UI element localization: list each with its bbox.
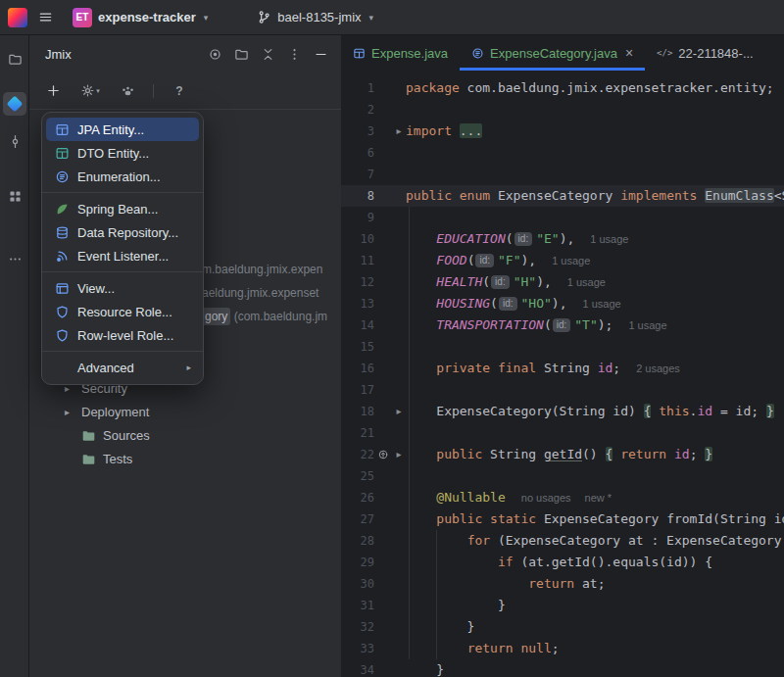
line-number[interactable]: 9: [341, 207, 374, 228]
menu-item-row-level-role[interactable]: Row-level Role...: [46, 323, 199, 347]
line-number[interactable]: 32: [341, 616, 374, 638]
code-line: 34 }: [341, 659, 784, 677]
code-token: ;: [690, 447, 706, 461]
project-tool-button[interactable]: [3, 47, 26, 71]
line-number[interactable]: 13: [341, 293, 374, 314]
code-token: EDUCATION: [436, 231, 505, 246]
structure-tool-button[interactable]: [3, 184, 26, 208]
code-token: }: [406, 619, 474, 634]
fold-spacer: [392, 271, 406, 293]
branch-selector[interactable]: bael-8135-jmix ▾: [249, 7, 381, 27]
help-icon: ?: [175, 84, 182, 98]
code-token: ),: [536, 274, 552, 289]
commit-tool-button[interactable]: [3, 129, 26, 153]
menu-item-event-listener[interactable]: Event Listener...: [46, 244, 199, 267]
line-number[interactable]: 16: [341, 358, 374, 379]
close-tab-button[interactable]: ×: [625, 46, 633, 60]
line-number[interactable]: 28: [341, 530, 374, 552]
menu-item-enumeration[interactable]: Enumeration...: [46, 165, 199, 188]
tree-row[interactable]: aeldung.jmix.expenset: [202, 281, 341, 305]
tab-expense-java[interactable]: Expense.java: [341, 35, 460, 71]
line-number[interactable]: 17: [341, 379, 374, 401]
role-icon: [54, 327, 70, 343]
line-number[interactable]: 15: [341, 336, 374, 358]
line-number[interactable]: 30: [341, 573, 374, 595]
code-line: 29 if (at.getId().equals(id)) {: [341, 552, 784, 573]
code-token: return: [467, 641, 514, 655]
help-button[interactable]: ?: [168, 79, 191, 103]
line-number[interactable]: 29: [341, 552, 374, 573]
code-text: public static ExpenseCategory fromId(Str…: [406, 508, 784, 530]
line-number[interactable]: 34: [341, 659, 374, 677]
tab-22-211848[interactable]: </>22-211848-...: [645, 35, 765, 71]
gutter-spacer: [374, 552, 392, 573]
line-number[interactable]: 26: [341, 487, 374, 508]
line-number[interactable]: 12: [341, 271, 374, 293]
code-token: return: [620, 447, 666, 461]
collapse-all-button[interactable]: [259, 45, 276, 63]
tab-expensecategory-java[interactable]: ExpenseCategory.java×: [460, 35, 645, 71]
panel-title: Jmix: [45, 47, 72, 62]
line-number[interactable]: 33: [341, 638, 374, 659]
fold-spacer: [392, 530, 406, 552]
line-number[interactable]: 6: [341, 142, 374, 164]
menu-item-advanced[interactable]: Advanced▸: [46, 356, 199, 379]
menu-item-dto-entity[interactable]: DTO Entity...: [46, 141, 199, 165]
main-menu-button[interactable]: [31, 4, 59, 31]
menu-item-jpa-entity[interactable]: JPA Entity...: [46, 118, 199, 141]
line-number[interactable]: 21: [341, 422, 374, 444]
menu-item-data-repository[interactable]: Data Repository...: [46, 220, 199, 244]
new-item-button[interactable]: [41, 79, 65, 103]
fold-arrow-icon[interactable]: ▸: [392, 444, 406, 465]
menu-item-resource-role[interactable]: Resource Role...: [46, 300, 199, 323]
line-number[interactable]: 27: [341, 508, 374, 530]
panel-options-button[interactable]: [285, 45, 303, 63]
menu-item-spring-bean[interactable]: Spring Bean...: [46, 197, 199, 220]
code-editor[interactable]: 1package com.baeldung.jmix.expensetracke…: [341, 71, 784, 677]
code-token: package: [406, 80, 460, 95]
line-number[interactable]: 7: [341, 164, 374, 185]
fold-spacer: [392, 228, 406, 250]
line-number[interactable]: 3: [341, 121, 374, 142]
jmix-marketplace-button[interactable]: [116, 79, 139, 103]
gear-icon: [80, 83, 95, 98]
line-number[interactable]: 8: [341, 185, 374, 207]
line-number[interactable]: 10: [341, 228, 374, 250]
code-token: TRANSPORTATION: [436, 317, 544, 332]
kebab-icon: [287, 47, 302, 62]
line-number[interactable]: 11: [341, 250, 374, 271]
fold-spacer: [392, 314, 406, 336]
hide-panel-button[interactable]: [312, 45, 329, 63]
plus-icon: [46, 83, 61, 98]
gutter-spacer: [374, 336, 392, 358]
expand-button[interactable]: [232, 45, 250, 63]
tree-node-text: m.baeldung.jmix.expen: [202, 263, 322, 276]
jmix-tool-button[interactable]: [3, 92, 26, 116]
more-tool-windows-button[interactable]: [3, 247, 26, 270]
tree-row[interactable]: gory (com.baeldung.jm: [202, 305, 341, 328]
tree-item-deployment[interactable]: ▸Deployment: [29, 400, 341, 423]
project-selector[interactable]: ET expense-tracker ▾: [65, 5, 216, 30]
line-number[interactable]: 2: [341, 99, 374, 121]
line-number[interactable]: 25: [341, 465, 374, 487]
code-line: 10 EDUCATION(id:"E"),1 usage: [341, 228, 784, 250]
tree-row[interactable]: m.baeldung.jmix.expen: [202, 258, 341, 281]
line-number[interactable]: 14: [341, 314, 374, 336]
line-number[interactable]: 18: [341, 401, 374, 422]
folder-icon: [81, 428, 96, 443]
menu-item-view[interactable]: View...: [46, 276, 199, 300]
locate-file-button[interactable]: [206, 45, 223, 63]
settings-button[interactable]: ▾: [78, 79, 102, 103]
code-line: 17: [341, 379, 784, 401]
fold-arrow-icon[interactable]: ▸: [392, 121, 406, 142]
tree-item-tests[interactable]: Tests: [29, 447, 341, 470]
line-number[interactable]: 1: [341, 77, 374, 99]
fold-arrow-icon[interactable]: ▸: [392, 401, 406, 422]
code-line: 6: [341, 142, 784, 164]
implement-marker-icon[interactable]: [374, 444, 392, 465]
code-text: }: [406, 616, 784, 638]
enum-icon: [54, 169, 70, 184]
line-number[interactable]: 31: [341, 595, 374, 616]
tree-item-sources[interactable]: Sources: [29, 423, 341, 447]
line-number[interactable]: 22: [341, 444, 374, 465]
